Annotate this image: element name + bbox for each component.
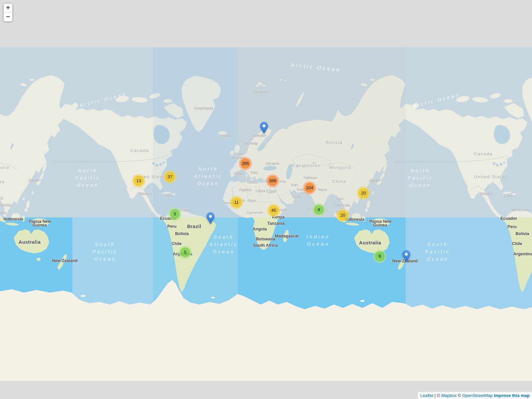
leaflet-link[interactable]: Leaflet [420,393,433,398]
map-label-cambodia: Cambodia [334,203,350,207]
zoom-control: + − [3,3,13,22]
ocean-label-south-atlantic-ocean: SouthAtlanticOcean [209,233,238,255]
openstreetmap-link[interactable]: OpenStreetMap [462,393,493,398]
map-label-ukraine: Ukraine [265,161,279,166]
map-label-svalbard: Svalbard [255,90,268,94]
map-label-chile: Chile [172,241,182,246]
cluster-count: 11 [231,198,241,207]
ocean-label-north-pacific-ocean: NorthPacificOcean [408,167,433,189]
cluster-count: 45 [269,205,279,215]
ocean-label-line: Ocean [425,255,450,263]
cluster-count: 6 [375,251,385,261]
map-label-guinea: Guinea [373,223,387,227]
map-label-united: United [234,152,244,156]
map-label-madagascar: Madagascar [275,234,299,238]
map-label-italy: Italy [251,170,258,175]
ocean-label-north-pacific-ocean: NorthPacificOcean [75,167,100,189]
cluster-count: 20 [338,210,348,220]
attribution-bar: Leaflet | © Mapbox © OpenStreetMap Impro… [418,392,532,399]
map-label-bolivia: Bolivia [516,231,529,236]
cluster-marker-104-2[interactable]: 104 [303,181,316,195]
cluster-count: 104 [305,183,315,193]
cluster-count: 5 [180,247,190,257]
ocean-label-line: North [75,167,100,174]
map-label-peru: Peru [167,224,177,229]
ocean-label-north-atlantic-ocean: NorthAtlanticOcean [194,165,222,187]
cluster-marker-295-0[interactable]: 295 [239,157,252,170]
mapbox-link[interactable]: Mapbox [441,393,457,398]
map-label-indonesia: Indonesia [4,217,23,221]
map-label-golia: golia [0,165,9,170]
map-label-tanzania: Tanzania [267,221,285,226]
map-label-peru: Peru [507,224,517,229]
ocean-label-south-pacific-ocean: SouthPacificOcean [425,241,450,263]
ocean-label-line: Indian [307,233,330,240]
cluster-marker-399-1[interactable]: 399 [266,174,279,188]
map-label-japan: Japan [369,178,380,183]
map-label-tunisia: Tunisia [246,180,257,184]
ocean-label-line: Ocean [209,248,238,255]
cluster-marker-13-4[interactable]: 13 [132,174,145,188]
ocean-label-line: Ocean [307,240,330,248]
map-label-canada: Canada [130,148,149,153]
map-label-egypt: Egypt [266,189,277,194]
map-canvas[interactable]: golianaJapanosmbodiaysiaIndonesiaPapua N… [0,0,532,399]
map-label-brazil: Brazil [187,224,201,229]
cluster-count: 399 [268,176,278,186]
map-pin-2[interactable] [206,212,214,225]
ocean-label-line: Ocean [92,255,118,263]
ocean-label-line: Ocean [194,180,222,187]
map-label-iraq: Iraq [280,179,286,183]
cluster-marker-6-12[interactable]: 6 [373,250,386,263]
map-label-libya: Libya [256,189,265,193]
cluster-marker-20-8[interactable]: 20 [336,209,349,222]
ocean-label-line: Ocean [75,182,100,189]
map-label-japan: Japan [28,178,39,183]
zoom-in-button[interactable]: + [4,4,12,13]
map-label-russia: Russia [326,140,342,145]
ocean-label-south-pacific-ocean: SouthPacificOcean [92,241,118,263]
map-label-venezuela: Venezuela [511,207,530,212]
pin-icon [206,212,214,225]
map-label-kazakhstan: Kazakhstan [292,163,321,168]
map-label-iran: Iran [291,183,298,187]
improve-this-map-link[interactable]: Improve this map [494,393,530,398]
map-label-guinea: Guinea [33,223,47,227]
map-label-argentina: Argentina [513,252,532,256]
map-label-china: China [332,179,346,184]
pin-icon [260,122,268,134]
attribution-separator-2: © [457,393,462,398]
zoom-out-button[interactable]: − [4,13,12,21]
ocean-label-line: Pacific [425,248,450,255]
map-label-australia: Australia [359,240,381,245]
map-tiles [0,0,532,399]
ocean-label-line: Pacific [75,174,100,182]
cluster-count: 37 [165,172,175,182]
map-label-bolivia: Bolivia [175,231,189,236]
cluster-marker-5-11[interactable]: 5 [179,246,192,259]
cluster-marker-8-9[interactable]: 8 [312,203,326,216]
map-label-norway: Norway [244,141,258,146]
ocean-label-line: Ocean [408,182,433,189]
ocean-label-line: North [408,167,433,174]
cluster-marker-20-7[interactable]: 20 [357,187,370,200]
map-label-niger: Niger [247,199,256,202]
ocean-label-line: Pacific [92,248,118,255]
map-pin-1[interactable] [260,122,268,134]
cluster-marker-11-5[interactable]: 11 [230,196,243,209]
cluster-marker-37-3[interactable]: 37 [163,170,177,184]
map-pin-3[interactable] [402,250,410,263]
map-label-south-africa: South Africa [253,243,278,248]
map-label-mbodia: mbodia [0,203,11,207]
map-label-ysia: ysia [0,210,6,215]
map-label-tajikistan: Tajikistan [303,176,317,180]
map-label-nepal: Nepal [318,188,327,192]
cluster-marker-45-6[interactable]: 45 [267,204,280,217]
ocean-label-line: Atlantic [194,173,222,180]
ocean-label-line: Atlantic [209,241,238,248]
cluster-marker-5-10[interactable]: 5 [168,207,182,221]
map-label-greenland: Greenland [194,106,213,111]
cluster-count: 8 [314,205,324,215]
map-label-chile: Chile [512,241,522,246]
map-label-algeria: Algeria [239,188,251,192]
